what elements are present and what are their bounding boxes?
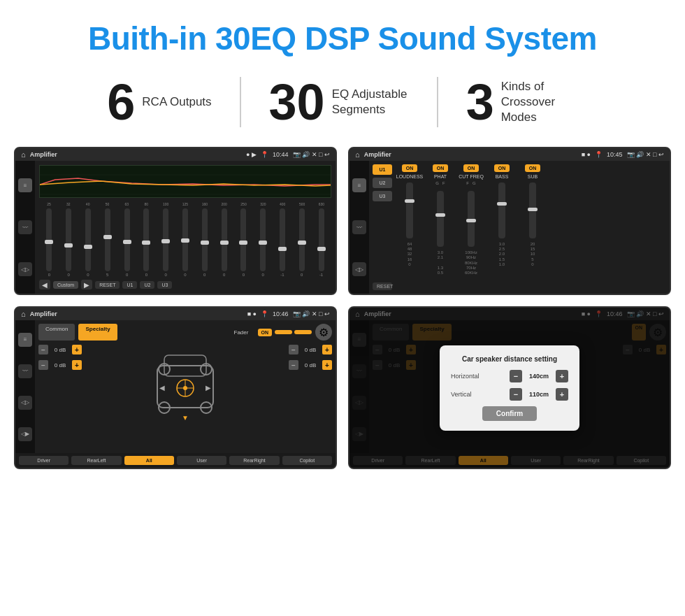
confirm-button[interactable]: Confirm <box>482 406 537 421</box>
eq-slider-track-80[interactable] <box>143 208 149 271</box>
btn-rearleft[interactable]: RearLeft <box>71 456 121 465</box>
sub-toggle[interactable]: ON <box>525 164 541 172</box>
eq-slider-track-500[interactable] <box>299 208 305 271</box>
sidebar-btn-wave-3[interactable]: 〰 <box>18 364 32 378</box>
eq-freq-label-250: 250 <box>234 202 254 206</box>
dialog-row-vertical: Vertical − 110cm + <box>451 388 568 401</box>
eq-slider-track-100[interactable] <box>163 208 168 271</box>
db-minus-rr[interactable]: − <box>289 360 298 370</box>
db-val-rr: 0 dB <box>301 362 320 368</box>
eq-freq-label-50: 50 <box>98 202 117 206</box>
preset-name[interactable]: Custom <box>53 281 78 289</box>
eq-slider-track-40[interactable] <box>85 208 91 271</box>
sidebar-btn-vol-2[interactable]: ◁▷ <box>352 262 366 276</box>
preset-u2[interactable]: U2 <box>373 178 392 188</box>
eq-slider-track-200[interactable] <box>222 208 227 271</box>
eq-slider-track-63[interactable] <box>124 208 130 271</box>
db-minus-fr[interactable]: − <box>289 345 298 354</box>
sub-slider[interactable] <box>529 182 536 238</box>
bass-slider[interactable] <box>498 182 505 238</box>
eq-freq-label-40: 40 <box>78 202 98 206</box>
home-icon-2[interactable]: ⌂ <box>355 150 360 159</box>
tab-specialty[interactable]: Specialty <box>78 324 117 341</box>
phat-toggle[interactable]: ON <box>433 164 449 172</box>
eq-freq-label-100: 100 <box>156 202 175 206</box>
settings-icon[interactable]: ⚙ <box>315 324 332 341</box>
eq-slider-thumb-500 <box>298 241 306 245</box>
screen-eq: ⌂ Amplifier ● ▶ 📍 10:44 📷 🔊 ✕ □ ↩ ≡ 〰 ◁▷ <box>14 147 337 295</box>
dialog-control-h: − 140cm + <box>510 370 568 382</box>
dialog-val-v: 110cm <box>525 391 553 398</box>
sidebar-btn-speaker[interactable]: ◁▶ <box>18 427 32 441</box>
sidebar-btn-wave-2[interactable]: 〰 <box>352 220 366 234</box>
eq-slider-thumb-125 <box>181 238 189 243</box>
u1-btn[interactable]: U1 <box>122 281 137 289</box>
btn-user[interactable]: User <box>177 456 226 465</box>
cutfreq-slider[interactable] <box>468 191 475 247</box>
svg-text:▶: ▶ <box>206 384 211 392</box>
dialog-minus-v[interactable]: − <box>510 388 522 401</box>
home-icon-3[interactable]: ⌂ <box>21 310 26 318</box>
screen2-content: ≡ 〰 ◁▷ U1 U2 U3 RESET ON LOUDNESS <box>349 161 670 294</box>
eq-slider-track-630[interactable] <box>319 208 324 271</box>
dialog-box: Car speaker distance setting Horizontal … <box>440 345 579 431</box>
sidebar-btn-eq-3[interactable]: ≡ <box>18 333 32 347</box>
fader-slider-h-1[interactable] <box>275 330 292 334</box>
preset-u1[interactable]: U1 <box>373 164 392 175</box>
cutfreq-toggle[interactable]: ON <box>463 164 480 172</box>
eq-slider-col-200: 0 <box>222 208 227 277</box>
sidebar-btn-vol[interactable]: ◁▷ <box>18 262 32 276</box>
btn-driver[interactable]: Driver <box>19 456 68 465</box>
sidebar-btn-eq[interactable]: ≡ <box>18 178 32 192</box>
btn-rearright[interactable]: RearRight <box>229 456 279 465</box>
eq-slider-track-32[interactable] <box>66 208 71 271</box>
eq-slider-track-125[interactable] <box>182 208 188 271</box>
loudness-slider[interactable] <box>406 182 413 238</box>
next-preset-btn[interactable]: ▶ <box>81 280 92 289</box>
sidebar-btn-eq-2[interactable]: ≡ <box>352 178 366 192</box>
reset-btn-1[interactable]: RESET <box>95 281 120 289</box>
db-plus-rl[interactable]: + <box>72 360 82 370</box>
time-3: 10:46 <box>273 310 289 317</box>
eq-freq-label-630: 630 <box>312 202 331 206</box>
eq-slider-track-250[interactable] <box>240 208 246 271</box>
fader-slider-h-2[interactable] <box>294 330 312 334</box>
prev-preset-btn[interactable]: ◀ <box>39 280 50 289</box>
db-minus-rl[interactable]: − <box>38 360 48 370</box>
eq-slider-track-160[interactable] <box>202 208 208 271</box>
eq-freq-label-63: 63 <box>117 202 136 206</box>
eq-freq-label-32: 32 <box>59 202 78 206</box>
eq-slider-track-400[interactable] <box>280 208 285 271</box>
eq-bottom[interactable]: ◀ Custom ▶ RESET U1 U2 U3 <box>39 280 331 289</box>
db-plus-rr[interactable]: + <box>322 360 332 370</box>
btn-copilot[interactable]: Copilot <box>282 456 332 465</box>
u3-btn[interactable]: U3 <box>157 281 172 289</box>
sidebar-btn-vol-3[interactable]: ◁▷ <box>18 396 32 410</box>
sidebar-btn-wave[interactable]: 〰 <box>18 220 32 234</box>
preset-u3[interactable]: U3 <box>373 191 392 201</box>
phat-slider[interactable] <box>437 191 444 247</box>
tab-common[interactable]: Common <box>38 324 75 341</box>
eq-slider-thumb-50 <box>103 235 112 239</box>
db-minus-fl[interactable]: − <box>38 345 48 354</box>
amp-presets: U1 U2 U3 RESET <box>373 164 392 290</box>
dialog-minus-h[interactable]: − <box>510 370 522 382</box>
eq-slider-track-25[interactable] <box>46 208 52 271</box>
home-icon[interactable]: ⌂ <box>21 150 26 159</box>
bass-toggle[interactable]: ON <box>494 164 510 172</box>
db-plus-fr[interactable]: + <box>322 345 332 354</box>
stats-row: 6 RCA Outputs 30 EQ Adjustable Segments … <box>0 70 685 147</box>
dialog-plus-v[interactable]: + <box>556 388 568 401</box>
eq-sliders: 000500000000-10-1 <box>39 208 331 277</box>
eq-slider-track-50[interactable] <box>105 208 110 271</box>
amp-reset[interactable]: RESET <box>373 282 392 290</box>
dialog-plus-h[interactable]: + <box>556 370 568 382</box>
eq-slider-track-320[interactable] <box>260 208 266 271</box>
eq-slider-col-40: 0 <box>85 208 91 277</box>
fader-toggle[interactable]: ON <box>258 329 273 336</box>
sub-col: ON SUB 20151050 <box>519 164 547 290</box>
u2-btn[interactable]: U2 <box>140 281 154 289</box>
btn-all[interactable]: All <box>124 456 174 465</box>
loudness-toggle[interactable]: ON <box>402 164 418 172</box>
db-plus-fl[interactable]: + <box>72 345 82 354</box>
